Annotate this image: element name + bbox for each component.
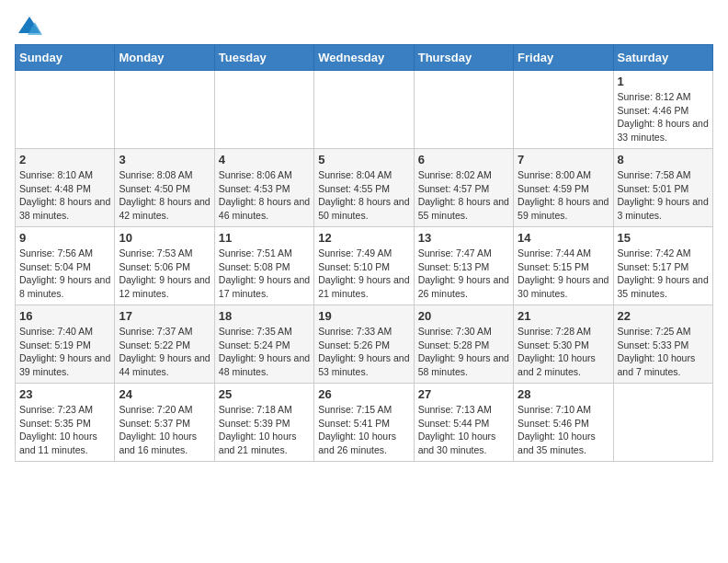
day-number: 14 (518, 231, 609, 245)
day-info: Sunrise: 7:47 AM Sunset: 5:13 PM Dayligh… (418, 247, 509, 301)
calendar-cell: 24Sunrise: 7:20 AM Sunset: 5:37 PM Dayli… (115, 384, 214, 462)
calendar-cell: 28Sunrise: 7:10 AM Sunset: 5:46 PM Dayli… (514, 384, 613, 462)
calendar-cell: 13Sunrise: 7:47 AM Sunset: 5:13 PM Dayli… (414, 227, 513, 305)
day-number: 13 (418, 231, 509, 245)
day-number: 23 (19, 387, 110, 401)
day-info: Sunrise: 8:10 AM Sunset: 4:48 PM Dayligh… (19, 168, 110, 223)
weekday-header-saturday: Saturday (613, 45, 712, 71)
day-number: 11 (219, 231, 310, 245)
day-info: Sunrise: 8:04 AM Sunset: 4:55 PM Dayligh… (318, 168, 409, 223)
calendar-cell (115, 71, 214, 149)
calendar-cell: 2Sunrise: 8:10 AM Sunset: 4:48 PM Daylig… (16, 149, 115, 227)
day-number: 8 (618, 153, 709, 167)
day-info: Sunrise: 7:15 AM Sunset: 5:41 PM Dayligh… (318, 403, 409, 457)
calendar-cell: 4Sunrise: 8:06 AM Sunset: 4:53 PM Daylig… (214, 149, 313, 227)
calendar-cell (16, 71, 115, 149)
weekday-header-monday: Monday (115, 45, 214, 71)
day-number: 28 (518, 387, 609, 401)
day-info: Sunrise: 7:51 AM Sunset: 5:08 PM Dayligh… (219, 247, 310, 301)
day-info: Sunrise: 7:37 AM Sunset: 5:22 PM Dayligh… (119, 325, 210, 379)
day-info: Sunrise: 7:30 AM Sunset: 5:28 PM Dayligh… (418, 325, 509, 379)
calendar-week-4: 16Sunrise: 7:40 AM Sunset: 5:19 PM Dayli… (16, 305, 713, 384)
page-header (15, 15, 713, 35)
weekday-header-wednesday: Wednesday (314, 45, 414, 71)
day-info: Sunrise: 7:20 AM Sunset: 5:37 PM Dayligh… (119, 403, 210, 457)
calendar-cell: 18Sunrise: 7:35 AM Sunset: 5:24 PM Dayli… (214, 305, 313, 384)
calendar-week-2: 2Sunrise: 8:10 AM Sunset: 4:48 PM Daylig… (16, 149, 713, 227)
day-info: Sunrise: 7:58 AM Sunset: 5:01 PM Dayligh… (618, 168, 709, 223)
day-info: Sunrise: 7:56 AM Sunset: 5:04 PM Dayligh… (19, 247, 110, 301)
calendar-cell: 25Sunrise: 7:18 AM Sunset: 5:39 PM Dayli… (214, 384, 313, 462)
day-number: 27 (418, 387, 509, 401)
calendar-cell: 5Sunrise: 8:04 AM Sunset: 4:55 PM Daylig… (314, 149, 414, 227)
day-number: 17 (119, 309, 210, 323)
calendar-cell: 7Sunrise: 8:00 AM Sunset: 4:59 PM Daylig… (514, 149, 613, 227)
day-info: Sunrise: 8:08 AM Sunset: 4:50 PM Dayligh… (119, 168, 210, 223)
day-number: 16 (19, 309, 110, 323)
day-info: Sunrise: 8:00 AM Sunset: 4:59 PM Dayligh… (518, 168, 609, 223)
day-number: 22 (618, 309, 709, 323)
day-info: Sunrise: 7:53 AM Sunset: 5:06 PM Dayligh… (119, 247, 210, 301)
day-info: Sunrise: 8:12 AM Sunset: 4:46 PM Dayligh… (618, 90, 709, 144)
day-info: Sunrise: 7:10 AM Sunset: 5:46 PM Dayligh… (518, 403, 609, 457)
calendar-cell: 20Sunrise: 7:30 AM Sunset: 5:28 PM Dayli… (414, 305, 513, 384)
calendar-cell: 16Sunrise: 7:40 AM Sunset: 5:19 PM Dayli… (16, 305, 115, 384)
calendar-cell (414, 71, 513, 149)
day-number: 10 (119, 231, 210, 245)
day-info: Sunrise: 7:18 AM Sunset: 5:39 PM Dayligh… (219, 403, 310, 457)
calendar-cell: 17Sunrise: 7:37 AM Sunset: 5:22 PM Dayli… (115, 305, 214, 384)
day-number: 6 (418, 153, 509, 167)
calendar-cell: 9Sunrise: 7:56 AM Sunset: 5:04 PM Daylig… (16, 227, 115, 305)
calendar-week-5: 23Sunrise: 7:23 AM Sunset: 5:35 PM Dayli… (16, 384, 713, 462)
day-info: Sunrise: 7:40 AM Sunset: 5:19 PM Dayligh… (19, 325, 110, 379)
calendar-cell: 11Sunrise: 7:51 AM Sunset: 5:08 PM Dayli… (214, 227, 313, 305)
day-number: 1 (618, 75, 709, 88)
day-number: 4 (219, 153, 310, 167)
calendar-header-row: SundayMondayTuesdayWednesdayThursdayFrid… (16, 45, 713, 71)
weekday-header-thursday: Thursday (414, 45, 513, 71)
calendar-table: SundayMondayTuesdayWednesdayThursdayFrid… (15, 44, 713, 462)
calendar-cell: 3Sunrise: 8:08 AM Sunset: 4:50 PM Daylig… (115, 149, 214, 227)
day-number: 24 (119, 387, 210, 401)
day-info: Sunrise: 7:25 AM Sunset: 5:33 PM Dayligh… (618, 325, 709, 379)
day-number: 18 (219, 309, 310, 323)
day-info: Sunrise: 8:06 AM Sunset: 4:53 PM Dayligh… (219, 168, 310, 223)
day-number: 20 (418, 309, 509, 323)
weekday-header-tuesday: Tuesday (214, 45, 313, 71)
day-info: Sunrise: 8:02 AM Sunset: 4:57 PM Dayligh… (418, 168, 509, 223)
day-info: Sunrise: 7:49 AM Sunset: 5:10 PM Dayligh… (318, 247, 409, 301)
calendar-cell (214, 71, 313, 149)
calendar-week-1: 1Sunrise: 8:12 AM Sunset: 4:46 PM Daylig… (16, 71, 713, 149)
calendar-cell: 22Sunrise: 7:25 AM Sunset: 5:33 PM Dayli… (613, 305, 712, 384)
day-info: Sunrise: 7:42 AM Sunset: 5:17 PM Dayligh… (618, 247, 709, 301)
day-number: 12 (318, 231, 409, 245)
day-number: 3 (119, 153, 210, 167)
calendar-cell: 23Sunrise: 7:23 AM Sunset: 5:35 PM Dayli… (16, 384, 115, 462)
day-number: 2 (19, 153, 110, 167)
day-info: Sunrise: 7:35 AM Sunset: 5:24 PM Dayligh… (219, 325, 310, 379)
day-info: Sunrise: 7:33 AM Sunset: 5:26 PM Dayligh… (318, 325, 409, 379)
weekday-header-friday: Friday (514, 45, 613, 71)
day-number: 9 (19, 231, 110, 245)
day-number: 26 (318, 387, 409, 401)
calendar-cell: 19Sunrise: 7:33 AM Sunset: 5:26 PM Dayli… (314, 305, 414, 384)
day-info: Sunrise: 7:44 AM Sunset: 5:15 PM Dayligh… (518, 247, 609, 301)
day-number: 25 (219, 387, 310, 401)
day-info: Sunrise: 7:23 AM Sunset: 5:35 PM Dayligh… (19, 403, 110, 457)
calendar-cell: 12Sunrise: 7:49 AM Sunset: 5:10 PM Dayli… (314, 227, 414, 305)
calendar-cell: 26Sunrise: 7:15 AM Sunset: 5:41 PM Dayli… (314, 384, 414, 462)
calendar-cell: 14Sunrise: 7:44 AM Sunset: 5:15 PM Dayli… (514, 227, 613, 305)
calendar-cell: 27Sunrise: 7:13 AM Sunset: 5:44 PM Dayli… (414, 384, 513, 462)
calendar-cell: 8Sunrise: 7:58 AM Sunset: 5:01 PM Daylig… (613, 149, 712, 227)
day-number: 15 (618, 231, 709, 245)
weekday-header-sunday: Sunday (16, 45, 115, 71)
day-number: 19 (318, 309, 409, 323)
day-number: 21 (518, 309, 609, 323)
calendar-cell: 15Sunrise: 7:42 AM Sunset: 5:17 PM Dayli… (613, 227, 712, 305)
calendar-cell: 6Sunrise: 8:02 AM Sunset: 4:57 PM Daylig… (414, 149, 513, 227)
day-info: Sunrise: 7:28 AM Sunset: 5:30 PM Dayligh… (518, 325, 609, 379)
calendar-cell: 10Sunrise: 7:53 AM Sunset: 5:06 PM Dayli… (115, 227, 214, 305)
calendar-cell: 21Sunrise: 7:28 AM Sunset: 5:30 PM Dayli… (514, 305, 613, 384)
calendar-cell: 1Sunrise: 8:12 AM Sunset: 4:46 PM Daylig… (613, 71, 712, 149)
calendar-cell (514, 71, 613, 149)
